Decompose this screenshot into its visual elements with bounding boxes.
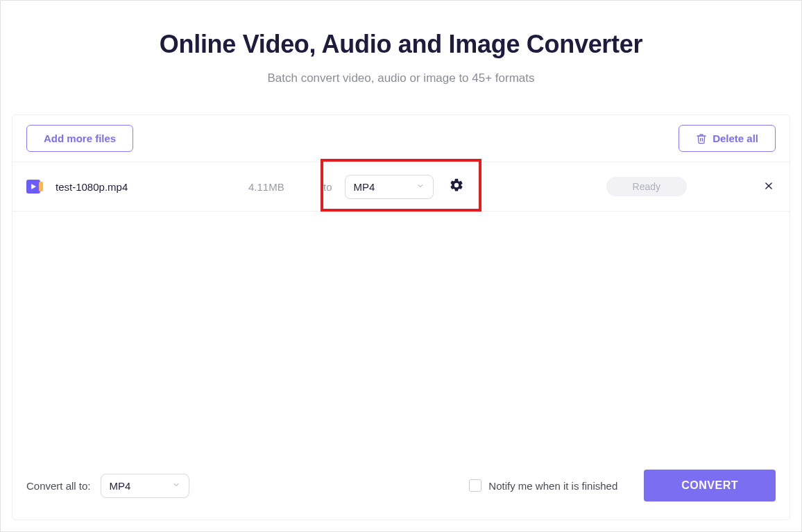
app-frame: Online Video, Audio and Image Converter … — [0, 0, 802, 532]
row-format-select[interactable]: MP4 — [345, 175, 434, 199]
row-settings-button[interactable] — [446, 176, 467, 197]
row-format-value: MP4 — [354, 181, 375, 193]
add-more-files-button[interactable]: Add more files — [26, 125, 133, 152]
converter-panel: Add more files Delete all test-1080p.mp4… — [12, 114, 790, 520]
delete-all-button[interactable]: Delete all — [679, 125, 776, 152]
delete-all-label: Delete all — [713, 132, 758, 144]
footer-format-select[interactable]: MP4 — [101, 474, 189, 498]
page-title: Online Video, Audio and Image Converter — [1, 30, 801, 59]
to-label: to — [323, 181, 332, 193]
notify-checkbox[interactable] — [469, 479, 481, 492]
remove-file-button[interactable] — [762, 180, 776, 194]
page-subtitle: Batch convert video, audio or image to 4… — [1, 71, 801, 85]
trash-icon — [696, 133, 707, 144]
footer-format-value: MP4 — [110, 480, 131, 492]
convert-all-label: Convert all to: — [26, 480, 91, 492]
close-icon — [764, 180, 774, 194]
notify-label: Notify me when it is finished — [488, 480, 617, 492]
status-badge: Ready — [606, 177, 687, 196]
gear-icon — [449, 178, 464, 196]
hero: Online Video, Audio and Image Converter … — [1, 1, 801, 85]
add-more-files-label: Add more files — [44, 132, 116, 144]
video-file-icon — [26, 178, 43, 195]
file-size: 4.11MB — [248, 181, 304, 193]
panel-toolbar: Add more files Delete all — [12, 115, 790, 162]
chevron-down-icon — [172, 481, 180, 491]
file-name: test-1080p.mp4 — [56, 181, 236, 193]
convert-button-label: CONVERT — [681, 479, 738, 491]
chevron-down-icon — [416, 182, 425, 192]
file-row: test-1080p.mp4 4.11MB to MP4 Ready — [12, 162, 790, 212]
notify-option: Notify me when it is finished — [469, 479, 617, 492]
convert-button[interactable]: CONVERT — [644, 470, 776, 501]
panel-footer: Convert all to: MP4 Notify me when it is… — [12, 456, 790, 520]
